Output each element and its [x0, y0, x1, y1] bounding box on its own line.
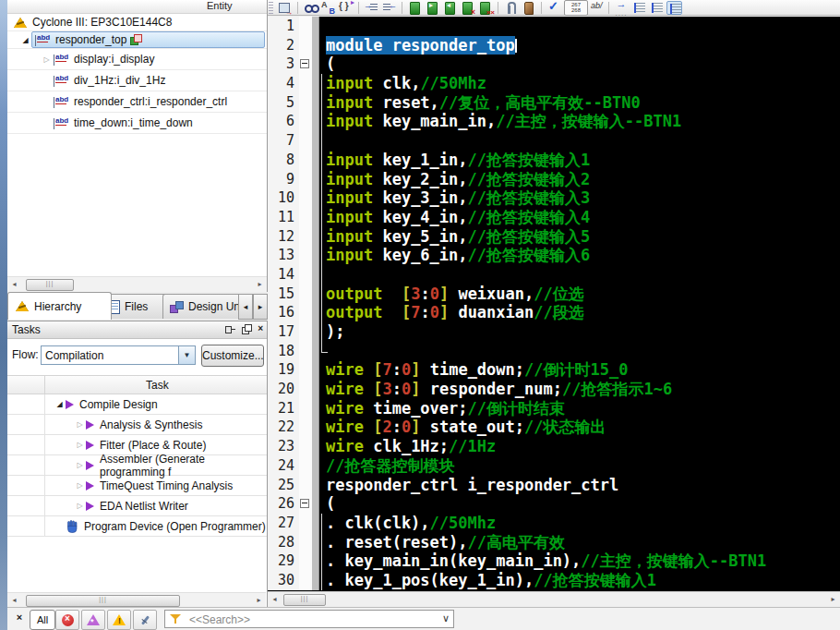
code-line-20[interactable]: 20wire [3:0] responder_num;//抢答指示1~6	[268, 380, 840, 399]
fold-margin[interactable]	[299, 494, 312, 514]
check-syntax-icon[interactable]	[546, 1, 562, 15]
expand-arrow-icon[interactable]: ◢	[19, 36, 31, 44]
code-area[interactable]: 12module responder_top3(4input clk,//50M…	[268, 17, 840, 591]
flag-filter-button[interactable]	[133, 610, 157, 630]
tab-hierarchy[interactable]: Hierarchy	[7, 292, 112, 320]
error-filter-button[interactable]	[55, 610, 79, 630]
task-row-timequest-timing-analysis[interactable]: ▷TimeQuest Timing Analysis	[7, 476, 267, 496]
code-line-29[interactable]: 29. key_main_in(key_main_in),//主控，按键输入--…	[268, 551, 840, 571]
line-count-icon[interactable]: 267268	[564, 0, 588, 16]
tree-item-time_down[interactable]: abdtime_down:i_time_down	[7, 113, 267, 134]
code-line-16[interactable]: 16output [7:0] duanxian//段选	[268, 303, 840, 322]
message-search-input[interactable]: <<Search>> ∨	[164, 610, 454, 628]
task-row-assembler-generate-programming-f[interactable]: ▷Assembler (Generate programming f	[7, 455, 267, 476]
code-line-8[interactable]: 8input key_1_in,//抢答按键输入1	[268, 151, 840, 170]
scroll-thumb[interactable]	[283, 594, 326, 606]
scroll-left-arrow[interactable]: ◂	[8, 595, 20, 606]
fold-margin[interactable]	[299, 36, 312, 55]
code-line-9[interactable]: 9input key_2_in,//抢答按键输入2	[268, 170, 840, 189]
tab-scroll-right[interactable]: ▸	[253, 294, 268, 320]
macro-icon[interactable]	[521, 1, 536, 15]
device-row[interactable]: Cyclone III: EP3C10E144C8	[7, 14, 267, 31]
pin-icon[interactable]	[224, 323, 235, 334]
code-text[interactable]	[319, 17, 840, 36]
decrease-indent-icon[interactable]	[381, 1, 397, 15]
code-text[interactable]: output [3:0] weixuan,//位选	[319, 285, 840, 304]
code-text[interactable]: (	[319, 55, 840, 74]
scroll-right-arrow[interactable]: ▸	[253, 595, 265, 606]
code-text[interactable]	[319, 265, 840, 285]
fold-margin[interactable]	[299, 112, 312, 131]
tree-item-responder_ctrl[interactable]: abdresponder_ctrl:i_responder_ctrl	[7, 91, 267, 113]
scroll-left-arrow[interactable]: ◂	[269, 594, 281, 605]
code-text[interactable]: );	[319, 322, 840, 342]
fold-margin[interactable]	[299, 456, 312, 476]
code-line-1[interactable]: 1	[268, 17, 840, 36]
code-text[interactable]: input key_main_in,//主控，按键输入--BTN1	[319, 112, 840, 131]
code-line-28[interactable]: 28. reset(reset),//高电平有效	[268, 533, 840, 552]
align-center-icon[interactable]	[649, 1, 665, 15]
task-row-program-device-open-programmer-[interactable]: Program Device (Open Programmer)	[7, 516, 267, 537]
clear-bookmark-icon[interactable]	[460, 1, 475, 15]
code-text[interactable]: (	[319, 494, 840, 514]
code-text[interactable]: . key_main_in(key_main_in),//主控，按键输入--BT…	[319, 551, 840, 571]
tree-item-responder_top[interactable]: ◢abdresponder_top	[7, 31, 267, 49]
code-line-24[interactable]: 24//抢答器控制模块	[268, 456, 840, 476]
code-line-23[interactable]: 23wire clk_1Hz;//1Hz	[268, 437, 840, 456]
all-filter-button[interactable]: All	[30, 610, 55, 630]
code-line-4[interactable]: 4input clk,//50Mhz	[268, 74, 840, 93]
fold-margin[interactable]	[299, 227, 312, 247]
fold-margin[interactable]	[299, 93, 312, 113]
editor-hscrollbar[interactable]: ◂ ▸	[268, 591, 840, 607]
code-text[interactable]: input clk,//50Mhz	[319, 74, 840, 93]
collapsed-arrow-icon[interactable]: ▷	[74, 461, 86, 469]
code-line-17[interactable]: 17);	[268, 322, 840, 342]
fold-margin[interactable]	[299, 170, 312, 189]
fold-margin[interactable]	[299, 360, 312, 380]
customize-button[interactable]: Customize...	[201, 345, 264, 367]
code-line-13[interactable]: 13input key_6_in,//抢答按键输入6	[268, 246, 840, 265]
code-line-18[interactable]: 18	[268, 342, 840, 361]
fold-margin[interactable]	[299, 17, 312, 36]
fold-margin[interactable]	[299, 303, 312, 322]
fold-margin[interactable]	[299, 322, 312, 342]
code-text[interactable]: wire time_over;//倒计时结束	[319, 399, 840, 418]
toolbar-drag-handle[interactable]	[269, 2, 273, 14]
collapsed-arrow-icon[interactable]: ▷	[74, 420, 86, 429]
code-text[interactable]: module responder_top	[319, 36, 840, 55]
collapsed-arrow-icon[interactable]: ▷	[41, 55, 53, 64]
code-text[interactable]: responder_ctrl i_responder_ctrl	[319, 476, 840, 495]
fold-margin[interactable]	[299, 55, 312, 74]
code-text[interactable]: input key_2_in,//抢答按键输入2	[319, 170, 840, 189]
fold-margin[interactable]	[299, 380, 312, 399]
code-line-3[interactable]: 3(	[268, 55, 840, 74]
fold-margin[interactable]	[299, 285, 312, 304]
fold-margin[interactable]	[299, 208, 312, 227]
code-text[interactable]: . clk(clk),//50Mhz	[319, 514, 840, 533]
fold-collapse-icon[interactable]	[300, 499, 309, 508]
align-left-icon[interactable]	[631, 1, 647, 15]
scroll-thumb[interactable]	[26, 595, 180, 607]
scroll-right-arrow[interactable]: ▸	[827, 594, 839, 605]
fold-margin[interactable]	[299, 418, 312, 437]
fold-margin[interactable]	[299, 551, 312, 571]
code-text[interactable]: input key_4_in,//抢答按键输入4	[319, 208, 840, 227]
collapsed-arrow-icon[interactable]: ▷	[74, 502, 86, 510]
fold-margin[interactable]	[299, 74, 312, 93]
close-icon[interactable]: ×	[13, 611, 26, 624]
code-text[interactable]: wire [2:0] state_out;//状态输出	[319, 418, 840, 437]
fold-collapse-icon[interactable]	[300, 59, 309, 68]
toggle-bookmark-icon[interactable]	[407, 1, 423, 15]
code-text[interactable]	[319, 131, 840, 151]
chevron-down-icon[interactable]: ∨	[442, 612, 450, 624]
task-row-analysis-synthesis[interactable]: ▷Analysis & Synthesis	[7, 415, 267, 435]
tasks-hscrollbar[interactable]: ◂ ▸	[7, 592, 266, 608]
fold-margin[interactable]	[299, 533, 312, 552]
tree-item-display[interactable]: ▷abddisplay:i_display	[7, 49, 267, 70]
scroll-right-arrow[interactable]: ▸	[254, 279, 266, 290]
code-text[interactable]: . key_1_pos(key_1_in),//抢答按键输入1	[319, 571, 840, 590]
code-text[interactable]: input key_3_in,//抢答按键输入3	[319, 188, 840, 208]
chevron-down-icon[interactable]: ▼	[178, 346, 195, 364]
code-text[interactable]: input key_5_in,//抢答按键输入5	[319, 227, 840, 247]
word-wrap-icon[interactable]: ab/	[590, 0, 604, 15]
